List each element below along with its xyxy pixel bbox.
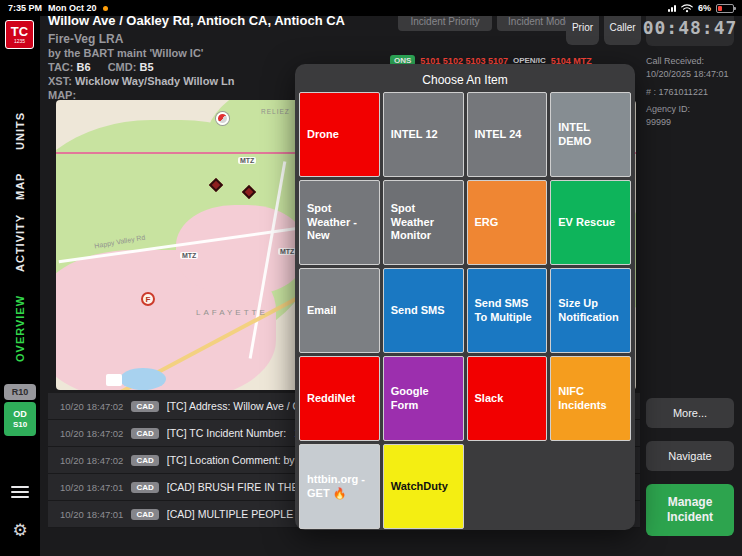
map-label-mtz: MTZ [180, 252, 198, 259]
modal-tile-grid: Drone INTEL 12 INTEL 24 INTEL DEMO Spot … [299, 92, 631, 529]
mic-indicator-icon [103, 6, 108, 11]
incident-byline: by the BART maint 'Willow IC' [48, 47, 203, 59]
more-button[interactable]: More... [646, 398, 734, 428]
log-time: 18:47:01 [86, 482, 123, 493]
log-date: 10/20 [60, 455, 84, 466]
unit-badge-od-s10[interactable]: OD S10 [4, 402, 36, 436]
modal-title: Choose An Item [295, 64, 635, 87]
tile-send-sms-to-multiple[interactable]: Send SMS To Multiple [467, 268, 548, 353]
map-label-area: RELIEZ [261, 108, 290, 115]
xst-label: XST: [48, 75, 72, 87]
call-received-value: 10/20/2025 18:47:01 [646, 69, 738, 80]
agency-id-label: Agency ID: [646, 104, 738, 115]
tile-slack[interactable]: Slack [467, 356, 548, 441]
tile-ev-rescue[interactable]: EV Rescue [550, 180, 631, 265]
map-water [120, 368, 166, 390]
tile-intel-demo[interactable]: INTEL DEMO [550, 92, 631, 177]
tile-email[interactable]: Email [299, 268, 380, 353]
tac-label: TAC: [48, 61, 73, 73]
log-date: 10/20 [60, 509, 84, 520]
log-text: [TC] Address: Willow Ave / O [167, 400, 301, 412]
tc-logo-sub: 1235 [6, 39, 33, 44]
log-text: [CAD] MULTIPLE PEOPLE SE [167, 508, 310, 520]
incident-number: # : 1761011221 [646, 87, 738, 98]
cmd-label: CMD: [108, 61, 137, 73]
map-row: MAP: [48, 89, 76, 101]
sidebar-item-activity[interactable]: ACTIVITY [0, 194, 40, 272]
agency-id-value: 99999 [646, 117, 738, 128]
unit-badge-r10[interactable]: R10 [4, 384, 36, 400]
battery-icon [716, 4, 734, 13]
tile-nifc-incidents[interactable]: NIFC Incidents [550, 356, 631, 441]
tile-spot-weather-monitor[interactable]: Spot Weather Monitor [383, 180, 464, 265]
log-text: [TC] Location Comment: by [167, 454, 295, 466]
tile-drone[interactable]: Drone [299, 92, 380, 177]
log-source-badge: CAD [131, 401, 158, 412]
status-bar: 7:35 PM Mon Oct 20 6% [0, 0, 742, 16]
sidebar-item-overview-label: OVERVIEW [14, 268, 26, 362]
manage-incident-button[interactable]: Manage Incident [646, 484, 734, 536]
log-time: 18:47:02 [86, 455, 123, 466]
compass-marker-icon [216, 112, 229, 125]
battery-percent: 6% [698, 3, 711, 13]
sidebar-item-units[interactable]: UNITS [0, 90, 40, 150]
wifi-icon [681, 3, 693, 13]
log-source-badge: CAD [131, 428, 158, 439]
log-date: 10/20 [60, 482, 84, 493]
sidebar-item-overview[interactable]: OVERVIEW [0, 268, 40, 362]
tc-app-logo[interactable]: TC 1235 [5, 20, 34, 49]
tile-watchduty[interactable]: WatchDuty [383, 444, 464, 529]
od-badge-line2: S10 [13, 420, 27, 430]
sidebar: TC 1235 UNITS MAP ACTIVITY OVERVIEW R10 … [0, 16, 40, 556]
app-window: 7:35 PM Mon Oct 20 6% TC 1235 UNITS MAP [0, 0, 742, 556]
call-info: Call Received: 10/20/2025 18:47:01 # : 1… [646, 56, 738, 130]
log-time: 18:47:02 [86, 428, 123, 439]
log-time: 18:47:02 [86, 401, 123, 412]
log-source-badge: CAD [131, 482, 158, 493]
status-date: Mon Oct 20 [48, 3, 97, 13]
tile-intel-24[interactable]: INTEL 24 [467, 92, 548, 177]
tac-value: B6 [77, 61, 91, 73]
tile-google-form[interactable]: Google Form [383, 356, 464, 441]
status-time: 7:35 PM [8, 3, 42, 13]
tile-reddinet[interactable]: ReddiNet [299, 356, 380, 441]
incident-type: Fire-Veg LRA [48, 32, 123, 46]
call-received-label: Call Received: [646, 56, 738, 67]
xst-row: XST: Wicklow Way/Shady Willow Ln [48, 75, 234, 87]
tile-size-up-notification[interactable]: Size Up Notification [550, 268, 631, 353]
menu-icon[interactable] [11, 486, 29, 498]
log-source-badge: CAD [131, 509, 158, 520]
map-label-mtz: MTZ [278, 248, 296, 255]
log-source-badge: CAD [131, 455, 158, 466]
map-attribution-box [106, 374, 122, 386]
sidebar-item-activity-label: ACTIVITY [14, 194, 26, 272]
settings-gear-icon[interactable]: ⚙ [0, 520, 40, 541]
log-date: 10/20 [60, 401, 84, 412]
tile-intel-12[interactable]: INTEL 12 [383, 92, 464, 177]
cmd-value: B5 [139, 61, 153, 73]
log-text: [CAD] BRUSH FIRE IN THE F [167, 481, 308, 493]
tac-cmd-row: TAC: B6 CMD: B5 [48, 61, 154, 73]
log-date: 10/20 [60, 428, 84, 439]
od-badge-line1: OD [13, 409, 27, 420]
tile-spot-weather-new[interactable]: Spot Weather - New [299, 180, 380, 265]
choose-item-modal: Choose An Item Drone INTEL 12 INTEL 24 I… [295, 64, 635, 530]
signal-icon [668, 5, 676, 12]
xst-value: Wicklow Way/Shady Willow Ln [75, 75, 235, 87]
log-time: 18:47:01 [86, 509, 123, 520]
log-text: [TC] TC Incident Number: [167, 427, 286, 439]
tile-send-sms[interactable]: Send SMS [383, 268, 464, 353]
tile-httbin-get[interactable]: httbin.org - GET 🔥 [299, 444, 380, 529]
tile-erg[interactable]: ERG [467, 180, 548, 265]
navigate-button[interactable]: Navigate [646, 441, 734, 471]
fire-station-icon: F [141, 292, 155, 306]
map-label-city: LAFAYETTE [196, 308, 268, 317]
sidebar-item-units-label: UNITS [14, 90, 26, 150]
map-label: MAP: [48, 89, 76, 101]
map-label-mtz: MTZ [238, 157, 256, 164]
tc-logo-text: TC [6, 25, 33, 38]
